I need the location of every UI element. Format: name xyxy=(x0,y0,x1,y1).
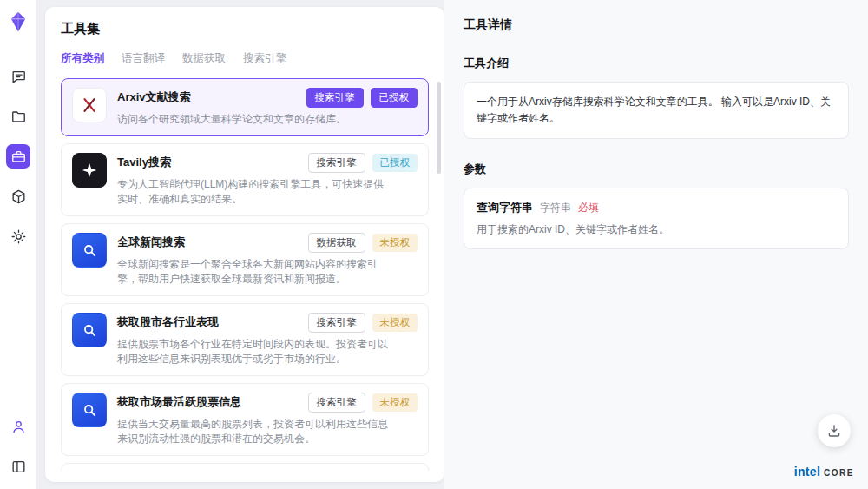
intro-box: 一个用于从Arxiv存储库搜索科学论文和文章的工具。 输入可以是Arxiv ID… xyxy=(464,82,849,139)
tool-card[interactable]: Arxiv文献搜索 搜索引擎 已授权 访问各个研究领域大量科学论文和文章的存储库… xyxy=(61,78,429,136)
settings-icon[interactable] xyxy=(6,224,30,248)
intel-wordmark: intel xyxy=(794,465,820,479)
tool-category-badge: 搜索引擎 xyxy=(308,153,365,173)
chat-icon[interactable] xyxy=(6,64,30,89)
detail-title: 工具详情 xyxy=(464,17,849,33)
toolbox-icon[interactable] xyxy=(6,144,30,169)
tool-card[interactable]: 获取股市各行业表现 搜索引擎 未授权 提供股票市场各个行业在特定时间段内的表现。… xyxy=(61,303,429,376)
tool-list: Arxiv文献搜索 搜索引擎 已授权 访问各个研究领域大量科学论文和文章的存储库… xyxy=(61,78,429,471)
tool-name: Tavily搜索 xyxy=(117,155,171,170)
tab-data-fetch[interactable]: 数据获取 xyxy=(182,51,226,66)
tool-category-badge: 搜索引擎 xyxy=(306,88,364,108)
tool-category-badge: 数据获取 xyxy=(308,233,365,253)
tool-card[interactable]: Tavily搜索 搜索引擎 已授权 专为人工智能代理(LLM)构建的搜索引擎工具… xyxy=(61,143,429,216)
tool-description: 全球新闻搜索是一个聚合全球各大新闻网站内容的搜索引擎，帮助用户快速获取全球最新资… xyxy=(117,257,388,287)
parameter-box: 查询字符串 字符串 必填 用于搜索的Arxiv ID、关键字或作者姓名。 xyxy=(464,188,849,249)
folder-icon[interactable] xyxy=(6,104,30,129)
tool-category-badge: 搜索引擎 xyxy=(308,313,365,333)
param-description: 用于搜索的Arxiv ID、关键字或作者姓名。 xyxy=(477,222,836,237)
param-name: 查询字符串 xyxy=(477,200,533,215)
tool-list-panel: 工具集 所有类别 语言翻译 数据获取 搜索引擎 Arxiv文献搜索 搜索引擎 已… xyxy=(45,7,444,482)
tool-auth-badge: 未授权 xyxy=(372,314,418,332)
tool-description: 访问各个研究领域大量科学论文和文章的存储库。 xyxy=(117,112,388,127)
tool-description: 提供股票市场各个行业在特定时间段内的表现。投资者可以利用这些信息来识别表现优于或… xyxy=(117,337,388,367)
tool-card[interactable]: 万维地区新闻查询 搜索引擎 未授权 查询具体行政区划内的新闻，快速了解各地新闻动… xyxy=(61,463,429,471)
tool-category-badge: 搜索引擎 xyxy=(308,393,365,413)
tool-name: Arxiv文献搜索 xyxy=(117,89,191,105)
param-type: 字符串 xyxy=(540,201,571,215)
tool-name: 全球新闻搜索 xyxy=(117,235,185,250)
user-icon[interactable] xyxy=(6,414,30,439)
intro-text: 一个用于从Arxiv存储库搜索科学论文和文章的工具。 输入可以是Arxiv ID… xyxy=(477,94,836,127)
news-search-icon xyxy=(72,313,107,347)
tab-language-translation[interactable]: 语言翻译 xyxy=(122,51,165,66)
tool-auth-badge: 已授权 xyxy=(371,88,418,108)
category-tabs: 所有类别 语言翻译 数据获取 搜索引擎 xyxy=(61,51,429,66)
tool-description: 专为人工智能代理(LLM)构建的搜索引擎工具，可快速提供实时、准确和真实的结果。 xyxy=(117,177,388,207)
tool-description: 提供当天交易量最高的股票列表，投资者可以利用这些信息来识别流动性强的股票和潜在的… xyxy=(117,417,388,446)
tool-card[interactable]: 全球新闻搜索 数据获取 未授权 全球新闻搜索是一个聚合全球各大新闻网站内容的搜索… xyxy=(61,223,429,296)
tab-all-categories[interactable]: 所有类别 xyxy=(61,51,104,66)
app-sidebar xyxy=(0,0,36,489)
tool-card[interactable]: 获取市场最活跃股票信息 搜索引擎 未授权 提供当天交易量最高的股票列表，投资者可… xyxy=(61,383,429,456)
param-required-badge: 必填 xyxy=(578,201,599,215)
app-logo[interactable] xyxy=(7,10,30,33)
tavily-icon xyxy=(72,153,107,188)
params-heading: 参数 xyxy=(464,162,849,177)
tool-auth-badge: 已授权 xyxy=(372,154,418,172)
tool-detail-panel: 工具详情 工具介绍 一个用于从Arxiv存储库搜索科学论文和文章的工具。 输入可… xyxy=(444,0,868,489)
core-wordmark: CORE xyxy=(824,468,854,478)
page-title: 工具集 xyxy=(61,21,429,37)
panel-toggle-icon[interactable] xyxy=(6,454,30,479)
tool-name: 获取股市各行业表现 xyxy=(117,314,219,330)
intel-core-logo: intel CORE xyxy=(794,465,854,479)
download-icon xyxy=(826,423,842,439)
tool-auth-badge: 未授权 xyxy=(372,234,418,252)
tool-name: 获取市场最活跃股票信息 xyxy=(117,394,241,410)
package-icon[interactable] xyxy=(6,184,30,208)
arxiv-icon xyxy=(72,88,107,122)
download-button[interactable] xyxy=(818,414,851,447)
news-search-icon xyxy=(72,393,107,427)
news-search-icon xyxy=(72,233,107,268)
scrollbar-thumb[interactable] xyxy=(437,82,441,174)
intro-heading: 工具介绍 xyxy=(464,56,849,71)
tab-search-engine[interactable]: 搜索引擎 xyxy=(243,51,286,66)
tool-auth-badge: 未授权 xyxy=(372,393,418,412)
